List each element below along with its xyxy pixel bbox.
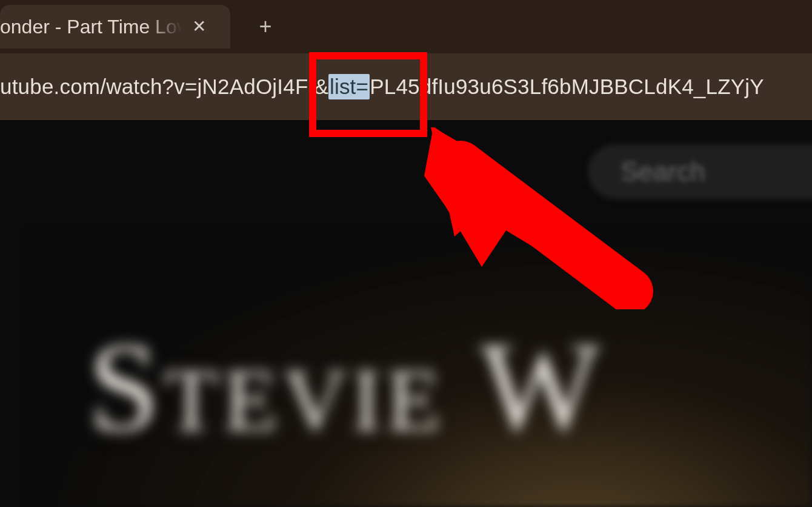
browser-tab[interactable]: onder - Part Time Lov ✕ bbox=[0, 5, 230, 49]
tab-strip: onder - Part Time Lov ✕ + bbox=[0, 0, 812, 53]
address-bar[interactable]: utube.com/watch?v=jN2AdOjI4FI&list=PL45d… bbox=[0, 74, 812, 99]
url-post-text: PL45dfIu93u6S3Lf6bMJBBCLdK4_LZYjY bbox=[370, 75, 764, 99]
video-title-overlay: Stevie W bbox=[88, 314, 812, 460]
tab-title: onder - Part Time Lov bbox=[0, 16, 182, 38]
address-bar-row: utube.com/watch?v=jN2AdOjI4FI&list=PL45d… bbox=[0, 53, 812, 120]
url-selected-text: list= bbox=[328, 74, 370, 99]
video-player-area[interactable]: Stevie W bbox=[28, 229, 812, 507]
search-input[interactable]: Search bbox=[588, 144, 812, 199]
close-icon[interactable]: ✕ bbox=[190, 18, 207, 35]
new-tab-button[interactable]: + bbox=[251, 12, 280, 41]
page-content: Search Stevie W bbox=[0, 120, 812, 507]
search-placeholder: Search bbox=[621, 156, 705, 187]
url-pre-text: utube.com/watch?v=jN2AdOjI4FI& bbox=[0, 75, 328, 99]
